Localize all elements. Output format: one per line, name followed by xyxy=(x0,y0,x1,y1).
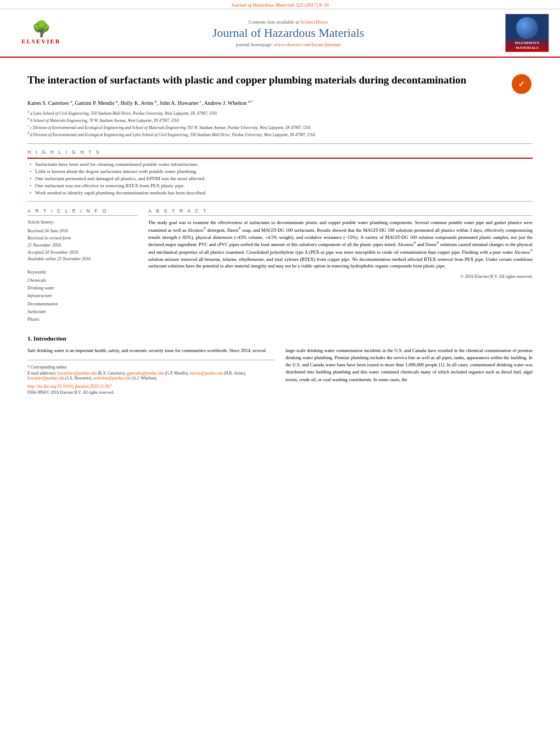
keyword-6: Plastic xyxy=(27,316,137,323)
journal-homepage-link[interactable]: www.elsevier.com/locate/jhazmat xyxy=(274,42,340,47)
email-casteloes[interactable]: kcasteloes@purdue.edu xyxy=(58,371,97,376)
issn-text: 0304-3894/© 2016 Elsevier B.V. All right… xyxy=(27,390,275,395)
hazmat-logo: HAZARDOUS MATERIALS xyxy=(505,14,549,52)
keyword-1: Chemicals xyxy=(27,277,137,284)
journal-reference-link[interactable]: Journal of Hazardous Materials 325 (2017… xyxy=(231,2,329,8)
doi-link[interactable]: http://dx.doi.org/10.1016/j.jhazmat.2016… xyxy=(27,384,112,389)
keyword-5: Surfactant xyxy=(27,308,137,316)
authors-line: Karen S. Casteloes a, Gamini P. Mendis b… xyxy=(27,99,533,106)
authors-text: Karen S. Casteloes a, Gamini P. Mendis b… xyxy=(27,100,253,106)
article-info-column: A R T I C L E I N F O Article history: R… xyxy=(27,208,137,324)
article-info-label: A R T I C L E I N F O xyxy=(27,208,137,216)
highlights-label: H I G H L I G H T S xyxy=(27,149,533,155)
highlight-item-2: Little is known about the degree surfact… xyxy=(27,169,533,174)
affiliation-a: a a Lyles School of Civil Engineering, 5… xyxy=(27,109,533,116)
email-block: E-mail addresses: kcasteloes@purdue.edu … xyxy=(27,371,275,381)
copyright-notice: © 2016 Elsevier B.V. All rights reserved… xyxy=(148,274,533,279)
journal-header: 🌳 ELSEVIER Contents lists available at S… xyxy=(0,9,560,58)
revised-date: Received in revised form21 November 2016 xyxy=(27,235,137,249)
sciencedirect-link[interactable]: ScienceDirect xyxy=(300,19,328,25)
intro-body-columns: Safe drinking water is an important heal… xyxy=(27,347,533,395)
intro-title: 1. Introduction xyxy=(27,335,533,342)
affiliation-b: b b School of Materials Engineering, 70 … xyxy=(27,116,533,124)
article-info-abstract-section: A R T I C L E I N F O Article history: R… xyxy=(27,208,533,324)
highlight-item-3: One surfactant permeated and damaged all… xyxy=(27,176,533,181)
email-whelton[interactable]: awhelton@purdue.edu xyxy=(93,376,131,381)
highlight-item-1: Surfactants have been used for cleaning … xyxy=(27,161,533,167)
affiliation-c: c c Division of Environmental and Ecolog… xyxy=(27,124,533,131)
corresponding-note: * Corresponding author. xyxy=(27,365,275,370)
email-label: E-mail addresses: xyxy=(27,371,57,376)
doi-block: http://dx.doi.org/10.1016/j.jhazmat.2016… xyxy=(27,384,275,389)
email-howarter[interactable]: howarter@purdue.edu xyxy=(27,376,64,381)
keyword-4: Decontamination xyxy=(27,300,137,308)
divider-after-affiliations xyxy=(27,143,533,144)
keywords-block: Keywords: Chemicals Drinking water Infra… xyxy=(27,269,137,324)
article-title-section: The interaction of surfactants with plas… xyxy=(27,73,533,95)
crossmark-icon: ✓ xyxy=(512,74,531,94)
crossmark-badge[interactable]: ✓ xyxy=(511,73,533,95)
elsevier-tree-icon: 🌳 xyxy=(32,21,51,37)
email-avins[interactable]: havins@purdue.edu xyxy=(190,371,223,376)
highlights-divider-top xyxy=(27,158,533,159)
highlight-item-5: Work needed to identify rapid plumbing d… xyxy=(27,190,533,196)
article-title: The interaction of surfactants with plas… xyxy=(27,73,511,88)
intro-text-col1: Safe drinking water is an important heal… xyxy=(27,347,275,354)
received-date: Received 24 June 2016 xyxy=(27,228,137,235)
affiliation-d: d d Division of Environmental and Ecolog… xyxy=(27,131,533,138)
abstract-text: The study goal was to examine the effect… xyxy=(148,219,533,270)
intro-text-col2: large-scale drinking water contamination… xyxy=(285,347,533,383)
article-history-block: Article history: Received 24 June 2016 R… xyxy=(27,219,137,263)
journal-homepage: journal homepage: www.elsevier.com/locat… xyxy=(71,42,505,47)
hazmat-globe-icon xyxy=(516,17,538,39)
history-title: Article history: xyxy=(27,219,137,226)
journal-main-title: Journal of Hazardous Materials xyxy=(71,26,505,40)
introduction-section: 1. Introduction Safe drinking water is a… xyxy=(27,335,533,395)
journal-top-bar: Journal of Hazardous Materials 325 (2017… xyxy=(0,0,560,9)
highlight-item-4: One surfactant was not effective in remo… xyxy=(27,183,533,188)
intro-col1: Safe drinking water is an important heal… xyxy=(27,347,275,395)
elsevier-brand-text: ELSEVIER xyxy=(21,38,61,44)
footnote-block: * Corresponding author. E-mail addresses… xyxy=(27,360,275,381)
highlights-list: Surfactants have been used for cleaning … xyxy=(27,161,533,196)
article-container: The interaction of surfactants with plas… xyxy=(0,58,560,400)
elsevier-logo: 🌳 ELSEVIER xyxy=(11,18,71,48)
highlights-divider-bottom xyxy=(27,201,533,202)
affiliations-block: a a Lyles School of Civil Engineering, 5… xyxy=(27,109,533,138)
hazmat-logo-text: HAZARDOUS MATERIALS xyxy=(506,40,548,52)
abstract-label: A B S T R A C T xyxy=(148,208,533,216)
accepted-date: Accepted 24 November 2016 xyxy=(27,249,137,256)
email-mendis[interactable]: gpuendis@purdue.edu xyxy=(127,371,164,376)
keyword-3: Infrastructure xyxy=(27,292,137,300)
keyword-2: Drinking water xyxy=(27,284,137,292)
intro-col2: large-scale drinking water contamination… xyxy=(285,347,533,395)
available-date: Available online 25 November 2016 xyxy=(27,256,137,263)
keywords-title: Keywords: xyxy=(27,269,137,276)
journal-title-center: Contents lists available at ScienceDirec… xyxy=(71,19,505,47)
contents-available-text: Contents lists available at ScienceDirec… xyxy=(71,19,505,25)
abstract-column: A B S T R A C T The study goal was to ex… xyxy=(148,208,533,324)
